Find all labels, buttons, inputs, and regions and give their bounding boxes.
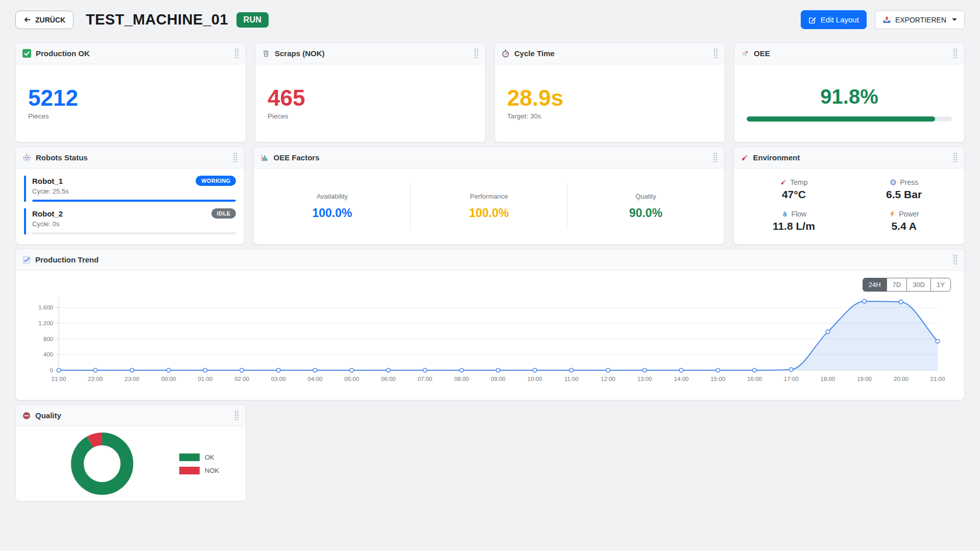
svg-text:10:00: 10:00: [528, 376, 542, 382]
drag-handle-icon[interactable]: [234, 410, 239, 421]
robot-progress-fill: [32, 200, 236, 202]
oee-value: 91.8%: [820, 85, 878, 108]
range-button-7d[interactable]: 7D: [887, 278, 907, 292]
card-title: Environment: [753, 153, 949, 162]
edit-layout-button[interactable]: Edit Layout: [801, 10, 867, 29]
card-scraps: Scraps (NOK) 465 Pieces: [255, 42, 486, 142]
card-environment: Environment Temp 47°C: [733, 147, 965, 245]
production-ok-value: 5212: [28, 86, 233, 110]
env-temp: Temp 47°C: [739, 174, 849, 205]
card-title: Production Trend: [35, 255, 948, 264]
legend-swatch: [179, 467, 200, 474]
svg-text:21:00: 21:00: [52, 376, 66, 382]
card-title: OEE: [754, 49, 948, 58]
legend-item-nok[interactable]: NOK: [179, 467, 236, 474]
status-badge: RUN: [236, 12, 269, 28]
robot-cycle-time: Cycle: 25.5s: [32, 187, 236, 195]
drag-handle-icon[interactable]: [953, 254, 958, 265]
quality-legend: OK NOK: [179, 453, 236, 474]
production-trend-chart: 04008001.2001.60021:0022:0023:0000:0001:…: [28, 294, 952, 394]
card-cycle-time: Cycle Time 28.9s Target: 30s: [494, 42, 725, 142]
card-title: Cycle Time: [514, 49, 709, 58]
card-header: Robots Status: [16, 147, 244, 169]
card-oee-factors: OEE Factors Availability 100.0% Performa…: [253, 147, 724, 245]
edit-pencil-icon: [808, 16, 817, 24]
card-title: Quality: [35, 411, 230, 420]
cycle-time-value: 28.9s: [507, 86, 712, 110]
env-power: Power 5.4 A: [849, 205, 959, 237]
factor-value: 90.0%: [629, 206, 662, 220]
robot-cycle-time: Cycle: 0s: [32, 220, 236, 228]
svg-text:14:00: 14:00: [674, 376, 689, 382]
env-press: Press 6.5 Bar: [849, 174, 959, 205]
factor-quality: Quality 90.0%: [567, 193, 724, 220]
thermometer-icon: [740, 154, 749, 162]
legend-swatch: [179, 453, 200, 461]
bar-chart-icon: [260, 154, 269, 162]
card-oee: OEE 91.8%: [734, 42, 965, 142]
check-icon: [22, 49, 31, 58]
page-title: TEST_MACHINE_01: [86, 11, 228, 28]
oee-progress-fill: [747, 116, 935, 122]
cycle-time-target: Target: 30s: [507, 112, 712, 120]
thermometer-icon: [780, 179, 787, 186]
svg-text:16:00: 16:00: [747, 376, 762, 382]
gauge-icon: [890, 179, 897, 186]
svg-text:11:00: 11:00: [564, 376, 579, 382]
export-button-label: EXPORTIEREN: [895, 16, 946, 24]
legend-item-ok[interactable]: OK: [179, 453, 236, 461]
robot-icon: [22, 153, 31, 162]
card-production-ok: Production OK 5212 Pieces: [15, 42, 246, 142]
svg-text:0: 0: [50, 367, 53, 373]
quality-donut-wrap: [25, 430, 179, 497]
env-label: Flow: [792, 210, 807, 218]
svg-text:05:00: 05:00: [344, 376, 359, 382]
card-header: OEE: [734, 43, 964, 64]
svg-text:400: 400: [43, 351, 53, 357]
drag-handle-icon[interactable]: [233, 152, 237, 163]
production-ok-unit: Pieces: [28, 112, 233, 120]
edit-layout-label: Edit Layout: [821, 15, 859, 24]
drag-handle-icon[interactable]: [474, 48, 479, 59]
card-header: Cycle Time: [495, 43, 725, 64]
legend-label: NOK: [205, 467, 219, 474]
lightning-icon: [889, 210, 896, 218]
drag-handle-icon[interactable]: [713, 152, 718, 163]
drag-handle-icon[interactable]: [234, 48, 239, 59]
robot-status-badge: WORKING: [196, 176, 236, 186]
env-flow: Flow 11.8 L/m: [739, 205, 849, 237]
svg-text:1.600: 1.600: [38, 304, 53, 310]
range-button-24h[interactable]: 24H: [863, 278, 887, 292]
card-title: Scraps (NOK): [275, 49, 469, 58]
drag-handle-icon[interactable]: [953, 152, 958, 163]
topbar: ZURÜCK TEST_MACHINE_01 RUN Edit Layout E…: [0, 0, 980, 42]
drag-handle-icon[interactable]: [953, 48, 958, 59]
quality-donut-chart: [69, 430, 135, 497]
chevron-down-icon: [952, 18, 957, 21]
svg-text:23:00: 23:00: [125, 376, 139, 382]
env-label: Temp: [790, 178, 807, 186]
drag-handle-icon[interactable]: [713, 48, 718, 59]
svg-text:04:00: 04:00: [308, 376, 323, 382]
range-button-1y[interactable]: 1Y: [930, 278, 951, 292]
card-title: OEE Factors: [273, 153, 708, 162]
env-value: 47°C: [782, 188, 806, 201]
no-entry-icon: [22, 412, 31, 420]
robot-name: Robot_2: [32, 209, 211, 218]
card-robots-status: Robots Status Robot_1 WORKING Cycle: 25.…: [15, 147, 245, 245]
scraps-unit: Pieces: [268, 112, 473, 120]
factor-label: Performance: [470, 193, 508, 200]
svg-text:17:00: 17:00: [784, 376, 799, 382]
factor-label: Availability: [317, 193, 348, 200]
export-button[interactable]: EXPORTIEREN: [875, 10, 965, 29]
back-button[interactable]: ZURÜCK: [15, 11, 74, 29]
rocket-icon: [741, 50, 749, 58]
export-icon: [882, 15, 891, 24]
svg-text:19:00: 19:00: [857, 376, 872, 382]
env-value: 5.4 A: [891, 220, 916, 232]
card-header: Production OK: [16, 43, 246, 64]
svg-text:12:00: 12:00: [601, 376, 615, 382]
droplet-icon: [781, 210, 788, 218]
range-button-30d[interactable]: 30D: [906, 278, 931, 292]
scraps-value: 465: [268, 86, 473, 110]
